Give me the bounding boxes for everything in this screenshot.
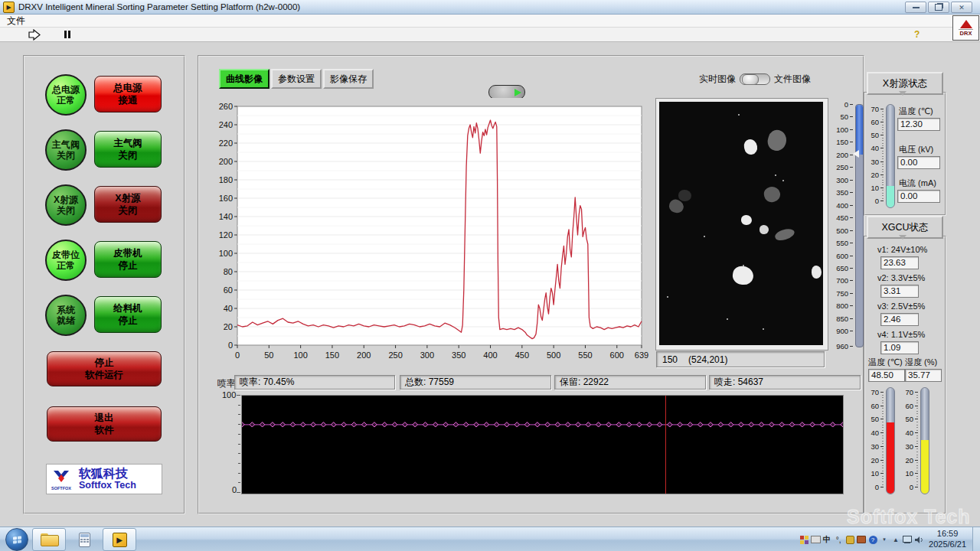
switch-knob[interactable] <box>742 74 759 85</box>
svg-text:260: 260 <box>219 102 233 111</box>
scale-label-250: 250 <box>830 163 848 171</box>
scale-label-350: 350 <box>830 188 848 197</box>
env-field-label-0: 温度 (℃) <box>868 357 903 368</box>
tray-ime-indicator[interactable]: 中 <box>822 534 832 545</box>
svg-text:150: 150 <box>325 350 339 360</box>
clock-date: 2025/6/21 <box>929 540 966 550</box>
system-tray: 中 °, ? ▾ ▲ 16:59 2025/6/21 <box>798 527 980 551</box>
sidebar-button-0[interactable]: 总电源接通 <box>94 76 162 112</box>
sidebar-button-2[interactable]: X射源关闭 <box>94 186 162 223</box>
svg-text:200: 200 <box>357 350 371 360</box>
start-button[interactable] <box>5 528 28 551</box>
svg-text:250: 250 <box>388 350 402 360</box>
sidebar-button-3[interactable]: 皮带机停止 <box>94 241 162 278</box>
scale-label-600: 600 <box>830 252 848 260</box>
mineral-particle-0 <box>743 139 758 156</box>
labview-app-icon: ▶ <box>3 2 15 13</box>
svg-text:500: 500 <box>547 350 560 360</box>
svg-text:100: 100 <box>293 350 307 360</box>
tray-help-icon[interactable]: ? <box>867 534 878 545</box>
image-scrollbar[interactable] <box>855 104 864 347</box>
tray-grid-icon[interactable] <box>799 534 809 545</box>
svg-text:100: 100 <box>219 249 233 258</box>
stop-software-button[interactable]: 停止 软件运行 <box>47 351 162 386</box>
scale-label-650: 650 <box>830 264 848 272</box>
svg-text:600: 600 <box>610 350 624 360</box>
svg-text:450: 450 <box>515 350 529 360</box>
button-line1: 给料机 <box>113 302 142 315</box>
button-line2: 关闭 <box>119 149 138 161</box>
xgcu-field-value-3: 1.09 <box>880 341 919 354</box>
exit-software-button[interactable]: 退出 软件 <box>47 406 162 442</box>
xray-field-label-1: 电压 (kV) <box>899 144 933 155</box>
scale-label-100: 100 <box>830 126 848 134</box>
button-line1: 主气阀 <box>113 137 142 149</box>
image-scroll-scale: 0501001502002503003504004505005506006507… <box>830 99 864 352</box>
tray-brush-icon[interactable] <box>844 534 855 545</box>
counter-field-3: 喷走: 54637 <box>709 375 861 390</box>
intensity-profile-chart: 0204060801001201401601802002202402600501… <box>217 98 649 367</box>
tray-caret-icon[interactable]: ▾ <box>879 534 890 545</box>
close-button[interactable]: ✕ <box>951 2 972 13</box>
env-thermometer-0 <box>886 387 895 494</box>
env-field-value-0: 48.50 <box>868 369 905 382</box>
show-desktop-button[interactable] <box>972 527 980 551</box>
taskbar-calculator-button[interactable] <box>70 528 99 551</box>
tray-tools-icon[interactable] <box>856 534 867 545</box>
context-help-icon[interactable]: ? <box>914 29 920 40</box>
button-line2: 关闭 <box>119 204 138 217</box>
indicator-led-1: 主气阀关闭 <box>45 129 87 171</box>
drx-mountain-icon <box>960 20 972 28</box>
rate-axis-min-label: 0 <box>232 485 237 494</box>
xray-field-value-2: 0.00 <box>897 190 940 203</box>
counter-field-1: 总数: 77559 <box>400 375 551 390</box>
speck-dot-3 <box>743 265 744 266</box>
tab-0[interactable]: 曲线影像 <box>219 69 270 89</box>
tray-punct-icon[interactable]: °, <box>833 534 844 545</box>
tray-keyboard-icon[interactable] <box>810 534 821 545</box>
button-line2: 停止 <box>119 315 138 327</box>
sidebar-button-1[interactable]: 主气阀关闭 <box>94 131 162 168</box>
image-cursor-coord: (524,201) <box>688 354 727 365</box>
taskbar-explorer-button[interactable] <box>32 528 66 551</box>
desktop: ▶ DRXV Intelligent Mineral Sorting Param… <box>0 0 980 551</box>
led-line1: 系统 <box>57 305 75 315</box>
xray-status-title: X射源状态 <box>883 77 927 90</box>
exit-button-line1: 退出 <box>95 412 114 424</box>
menu-file[interactable]: 文件 <box>0 15 32 28</box>
tray-network-icon[interactable] <box>902 534 913 545</box>
run-button-icon[interactable] <box>28 29 41 41</box>
led-line1: 总电源 <box>52 84 80 95</box>
taskbar-labview-button[interactable]: ▶ <box>103 528 136 551</box>
logo-en: Softfox Tech <box>79 481 136 491</box>
image-mode-switch[interactable] <box>740 73 770 85</box>
xray-field-label-2: 电流 (mA) <box>899 178 936 189</box>
scrollbar-pointer-icon[interactable] <box>853 150 859 158</box>
svg-text:0: 0 <box>228 341 233 350</box>
rate-row-label: 喷率 <box>217 377 236 390</box>
tab-2[interactable]: 影像保存 <box>323 69 374 89</box>
tab-1[interactable]: 参数设置 <box>271 69 322 89</box>
speck-dot-2 <box>775 174 776 176</box>
stop-button-line1: 停止 <box>95 357 114 369</box>
tray-volume-icon[interactable] <box>913 534 924 545</box>
scale-label-850: 850 <box>830 315 848 323</box>
status-sidebar: 停止 软件运行 退出 软件 SOFTFOX 软狐科技 Softfox Tech … <box>23 55 185 514</box>
mineral-particle-4 <box>763 185 782 204</box>
mineral-particle-1 <box>766 128 789 152</box>
tray-show-hidden-icon[interactable]: ▲ <box>890 534 901 545</box>
sidebar-button-4[interactable]: 给料机停止 <box>94 296 162 333</box>
xgcu-field-value-0: 23.63 <box>880 256 919 269</box>
mode-label-realtime: 实时图像 <box>699 73 736 86</box>
green-indicator-icon <box>514 89 521 96</box>
windows-flag-icon <box>13 536 21 543</box>
clock[interactable]: 16:59 2025/6/21 <box>929 529 966 550</box>
svg-text:50: 50 <box>264 350 273 360</box>
restore-button[interactable] <box>928 2 949 13</box>
spray-rate-chart <box>241 395 844 494</box>
indicator-led-4: 系统就绪 <box>45 295 87 336</box>
env-field-label-1: 湿度 (%) <box>905 357 937 368</box>
pause-button-icon[interactable] <box>64 31 72 38</box>
minimize-button[interactable] <box>905 2 926 13</box>
labview-taskbar-icon: ▶ <box>113 533 127 547</box>
